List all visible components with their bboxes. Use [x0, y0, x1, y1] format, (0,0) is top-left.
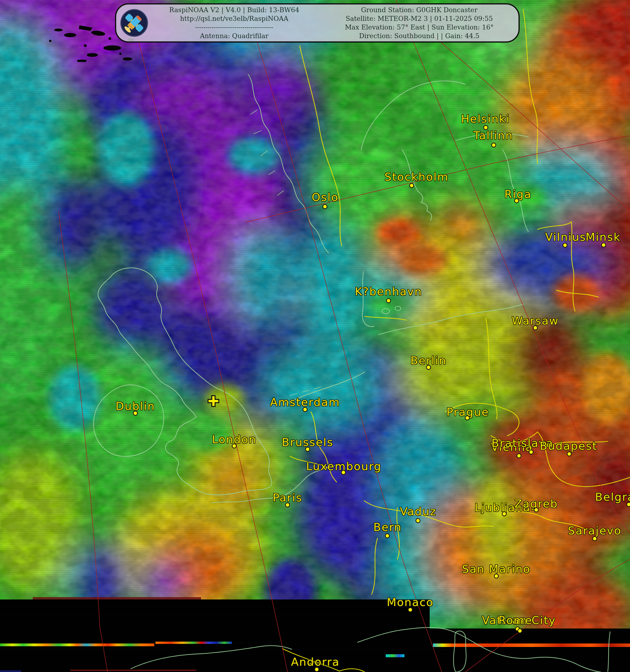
divider-dashes: --------------------------------------: [148, 23, 320, 31]
bottom-edge-line: [70, 670, 196, 671]
ground-station-marker: [207, 395, 220, 407]
header-right-column: Ground Station: G0GHK Doncaster Satellit…: [320, 6, 519, 40]
antenna-info: Antenna: Quadrifilar: [148, 31, 320, 40]
app-url: http://qsl.net/ve3elb/RaspiNOAA: [148, 14, 320, 23]
raspinoaa-capture-screen: HelsinkiTallinnStockholmOsloRigaVilniusM…: [0, 0, 630, 672]
header-banner: RaspiNOAA V2 | V4.0 | Build: 13-BW64 htt…: [115, 3, 520, 43]
raspinoaa-logo: [120, 9, 148, 37]
satellite-pass-info: Satellite: METEOR-M2 3 | 01-11-2025 09:5…: [320, 14, 519, 23]
header-left-column: RaspiNOAA V2 | V4.0 | Build: 13-BW64 htt…: [148, 6, 320, 40]
grain-light: [0, 0, 630, 632]
elevation-info: Max Elevation: 57° East | Sun Elevation:…: [320, 23, 519, 31]
scan-edge-line: [33, 597, 201, 599]
direction-gain-info: Direction: Southbound | | Gain: 44.5: [320, 31, 519, 40]
app-title: RaspiNOAA V2 | V4.0 | Build: 13-BW64: [148, 6, 320, 14]
satellite-thermal-map: [0, 0, 630, 672]
cross-icon: [207, 395, 220, 407]
ground-station-info: Ground Station: G0GHK Doncaster: [320, 6, 519, 14]
bottom-edge-line-blue: [0, 671, 21, 672]
satellite-icon: [120, 9, 148, 37]
